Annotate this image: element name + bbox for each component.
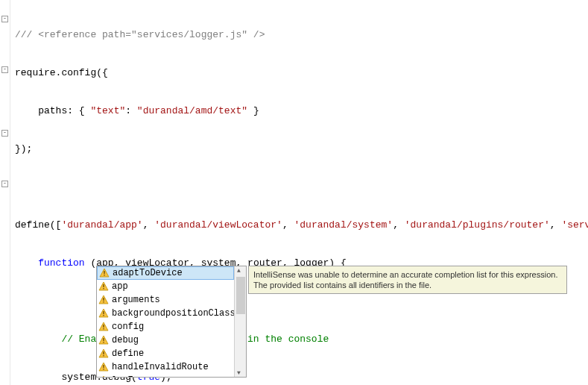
warning-icon [98, 281, 109, 292]
code-text: 'durandal/viewLocator' [154, 219, 282, 231]
intellisense-list[interactable]: adaptToDeviceappargumentsbackgroundposit… [97, 266, 234, 377]
code-text: , [282, 219, 294, 231]
svg-rect-20 [103, 355, 104, 356]
intellisense-item-label: app [112, 281, 128, 292]
svg-rect-4 [103, 284, 104, 287]
code-text: require.config({ [15, 67, 108, 78]
fold-toggle[interactable]: - [1, 181, 8, 187]
intellisense-tooltip: IntelliSense was unable to determine an … [248, 266, 567, 294]
fold-gutter: - - - - [0, 0, 10, 385]
intellisense-item-label: logError [112, 375, 155, 377]
code-text: : [125, 105, 137, 116]
intellisense-item-label: arguments [112, 295, 160, 305]
tooltip-line: IntelliSense was unable to determine an … [253, 269, 562, 280]
svg-rect-16 [103, 338, 104, 341]
code-text: } [247, 105, 259, 116]
code-text: 'services/logger' [561, 219, 588, 231]
scroll-thumb[interactable] [236, 277, 245, 314]
svg-rect-10 [103, 311, 104, 314]
svg-rect-19 [103, 351, 104, 354]
code-text: paths: { [15, 105, 90, 116]
svg-rect-2 [104, 275, 104, 275]
intellisense-item[interactable]: arguments [97, 293, 234, 307]
warning-icon [98, 348, 109, 359]
code-text: 'durandal/system' [294, 219, 393, 231]
code-text: define([ [15, 219, 61, 231]
code-text: , [143, 219, 155, 231]
svg-rect-22 [103, 365, 104, 368]
svg-rect-13 [103, 325, 104, 328]
svg-rect-11 [103, 315, 104, 316]
svg-rect-5 [103, 288, 104, 289]
code-text: "durandal/amd/text" [137, 105, 247, 116]
intellisense-scrollbar[interactable]: ▲ ▼ [234, 266, 246, 377]
intellisense-item-label: adaptToDevice [113, 268, 183, 278]
svg-marker-24 [99, 376, 108, 377]
warning-icon [99, 268, 110, 278]
svg-rect-7 [103, 298, 104, 301]
intellisense-popup: adaptToDeviceappargumentsbackgroundposit… [96, 266, 567, 378]
tooltip-line: The provided list contains all identifie… [253, 280, 562, 290]
code-text: , [550, 219, 562, 231]
intellisense-item[interactable]: logError [97, 374, 234, 377]
intellisense-item[interactable]: app [97, 280, 234, 293]
intellisense-item[interactable]: define [97, 347, 234, 360]
svg-rect-23 [103, 369, 104, 369]
code-text: }); [15, 143, 32, 154]
warning-icon [98, 375, 109, 377]
code-text: /// <reference path="services/logger.js"… [15, 29, 265, 40]
warning-icon [98, 335, 109, 345]
scroll-up-icon[interactable]: ▲ [237, 267, 241, 274]
svg-rect-17 [103, 342, 104, 342]
intellisense-item-label: debug [112, 335, 139, 345]
intellisense-item-label: config [112, 322, 144, 332]
code-text: function [38, 257, 84, 269]
svg-rect-14 [103, 328, 104, 329]
warning-icon [98, 295, 109, 305]
fold-toggle[interactable]: - [1, 130, 8, 137]
code-text: 'durandal/plugins/router' [405, 219, 550, 231]
intellisense-item[interactable]: backgroundpositionClass [97, 307, 234, 320]
intellisense-list-box[interactable]: adaptToDeviceappargumentsbackgroundposit… [96, 266, 247, 378]
warning-icon [98, 362, 109, 372]
intellisense-item-label: define [112, 348, 144, 359]
fold-toggle[interactable]: - [1, 66, 8, 73]
code-text: "text" [90, 105, 125, 116]
intellisense-item[interactable]: config [97, 320, 234, 334]
svg-rect-1 [104, 271, 104, 274]
svg-rect-8 [103, 301, 104, 302]
code-text: , [393, 219, 405, 231]
intellisense-item-label: backgroundpositionClass [112, 308, 234, 319]
fold-toggle[interactable]: - [1, 16, 8, 22]
warning-icon [98, 322, 109, 332]
intellisense-item[interactable]: debug [97, 334, 234, 347]
warning-icon [98, 308, 109, 319]
intellisense-item-label: handleInvalidRoute [112, 362, 209, 372]
code-text: 'durandal/app' [61, 219, 142, 231]
code-text [15, 257, 38, 269]
scroll-down-icon[interactable]: ▼ [237, 369, 241, 376]
intellisense-item[interactable]: adaptToDevice [97, 266, 234, 280]
intellisense-item[interactable]: handleInvalidRoute [97, 360, 234, 374]
